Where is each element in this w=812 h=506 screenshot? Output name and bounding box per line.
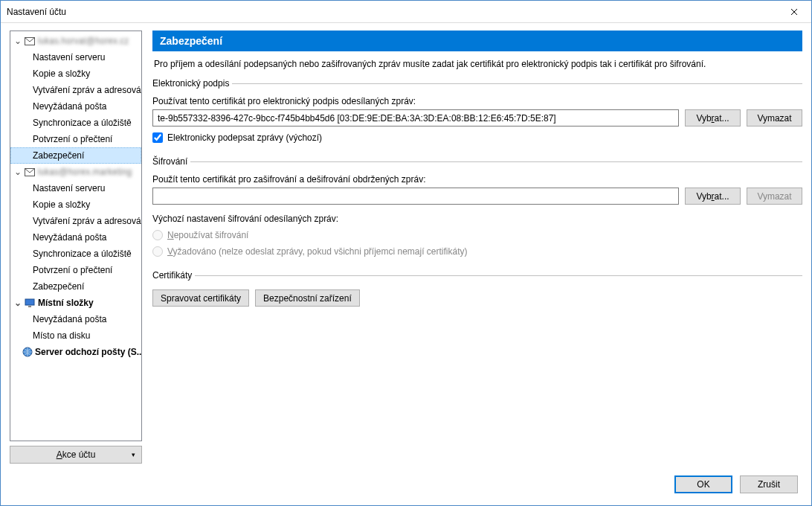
cancel-button[interactable]: Zrušit — [740, 475, 798, 493]
chevron-down-icon: ▾ — [132, 451, 135, 458]
tree-item[interactable]: Vytváření zpráv a adresování — [10, 82, 141, 98]
tree-item[interactable]: Nevyžádaná pošta — [10, 98, 141, 115]
dialog-body: ⌄lukas.horvat@horex.czNastavení serveruK… — [1, 23, 811, 464]
encryption-legend: Šifrování — [152, 156, 190, 167]
tree-item[interactable]: Zabezpečení — [10, 278, 141, 295]
signing-cert-label: Používat tento certifikát pro elektronic… — [152, 96, 802, 106]
panel-title: Zabezpečení — [152, 31, 802, 51]
window-title: Nastavení účtu — [7, 7, 66, 17]
tree-item[interactable]: Synchronizace a úložiště — [10, 246, 141, 262]
tree-account[interactable]: ⌄lukas.horvat@horex.cz — [10, 33, 141, 49]
tree-item[interactable]: Nevyžádaná pošta — [10, 311, 141, 327]
monitor-icon — [24, 297, 36, 309]
tree-item[interactable]: Synchronizace a úložiště — [10, 115, 141, 131]
sign-default-checkbox[interactable] — [152, 132, 163, 143]
globe-icon — [22, 346, 33, 358]
tree-account[interactable]: ⌄Místní složky — [10, 295, 141, 311]
expander-icon[interactable]: ⌄ — [13, 36, 22, 46]
expander-icon[interactable]: ⌄ — [13, 298, 22, 308]
encrypt-required-radio — [152, 246, 163, 257]
encryption-default-label: Výchozí nastavení šifrování odesílaných … — [152, 214, 802, 224]
security-devices-button[interactable]: Bezpečnostní zařízení — [255, 289, 360, 307]
tree-outgoing-server[interactable]: Server odchozí pošty (S... — [10, 344, 141, 360]
signing-select-button[interactable]: Vybrat... — [685, 109, 741, 126]
tree-item[interactable]: Nevyžádaná pošta — [10, 229, 141, 246]
tree-item[interactable]: Místo na disku — [10, 327, 141, 344]
tree-account[interactable]: ⌄lukas@horex.marketing — [10, 164, 141, 180]
tree-outgoing-label: Server odchozí pošty (S... — [35, 347, 141, 357]
signing-clear-button[interactable]: Vymazat — [747, 109, 802, 126]
signing-legend: Elektronický podpis — [152, 78, 232, 89]
encryption-select-button[interactable]: Vybrat... — [685, 188, 741, 205]
tree-item[interactable]: Nastavení serveru — [10, 180, 141, 196]
sign-default-label: Elektronicky podepsat zprávy (výchozí) — [167, 132, 322, 143]
close-button[interactable] — [777, 1, 811, 23]
account-tree[interactable]: ⌄lukas.horvat@horex.czNastavení serveruK… — [10, 31, 142, 441]
svg-rect-2 — [25, 299, 34, 305]
expander-icon[interactable]: ⌄ — [13, 167, 22, 177]
tree-account-label: lukas@horex.marketing — [38, 167, 132, 177]
signing-cert-input[interactable] — [152, 109, 679, 126]
svg-rect-3 — [28, 306, 31, 307]
tree-item[interactable]: Kopie a složky — [10, 65, 141, 82]
tree-item[interactable]: Potvrzení o přečtení — [10, 131, 141, 147]
tree-item[interactable]: Nastavení serveru — [10, 49, 141, 65]
encryption-cert-label: Použít tento certifikát pro zašifrování … — [152, 174, 802, 185]
tree-item[interactable]: Zabezpečení — [10, 147, 141, 164]
dialog-footer: OK Zrušit — [1, 464, 811, 505]
encrypt-none-label: Nepoužívat šifrování — [167, 230, 248, 240]
titlebar: Nastavení účtu — [1, 1, 811, 23]
certificates-fieldset: Certifikáty Spravovat certifikáty Bezpeč… — [152, 270, 802, 311]
manage-certs-button[interactable]: Spravovat certifikáty — [152, 289, 249, 307]
ok-button[interactable]: OK — [674, 475, 732, 493]
account-actions: Akce účtu ▾ — [10, 446, 142, 464]
encryption-clear-button: Vymazat — [747, 188, 802, 205]
panel-intro: Pro příjem a odesílání podepsaných nebo … — [152, 51, 802, 72]
encrypt-required-label: Vyžadováno (nelze odeslat zprávy, pokud … — [167, 246, 468, 257]
mail-icon — [24, 166, 36, 178]
close-icon — [790, 8, 798, 16]
encryption-fieldset: Šifrování Použít tento certifikát pro za… — [152, 156, 802, 264]
tree-item[interactable]: Vytváření zpráv a adresování — [10, 213, 141, 229]
tree-account-label: Místní složky — [38, 298, 94, 308]
encryption-cert-input[interactable] — [152, 188, 679, 205]
account-actions-button[interactable]: Akce účtu ▾ — [10, 446, 142, 464]
tree-account-label: lukas.horvat@horex.cz — [38, 36, 129, 46]
encrypt-none-radio — [152, 230, 163, 240]
tree-item[interactable]: Kopie a složky — [10, 196, 141, 213]
mail-icon — [24, 35, 36, 47]
account-settings-window: Nastavení účtu ⌄lukas.horvat@horex.czNas… — [0, 0, 812, 506]
sidebar: ⌄lukas.horvat@horex.czNastavení serveruK… — [10, 31, 142, 464]
tree-item[interactable]: Potvrzení o přečtení — [10, 262, 141, 278]
certificates-legend: Certifikáty — [152, 270, 195, 281]
signing-fieldset: Elektronický podpis Používat tento certi… — [152, 78, 802, 150]
content-panel: Zabezpečení Pro příjem a odesílání podep… — [142, 31, 802, 464]
